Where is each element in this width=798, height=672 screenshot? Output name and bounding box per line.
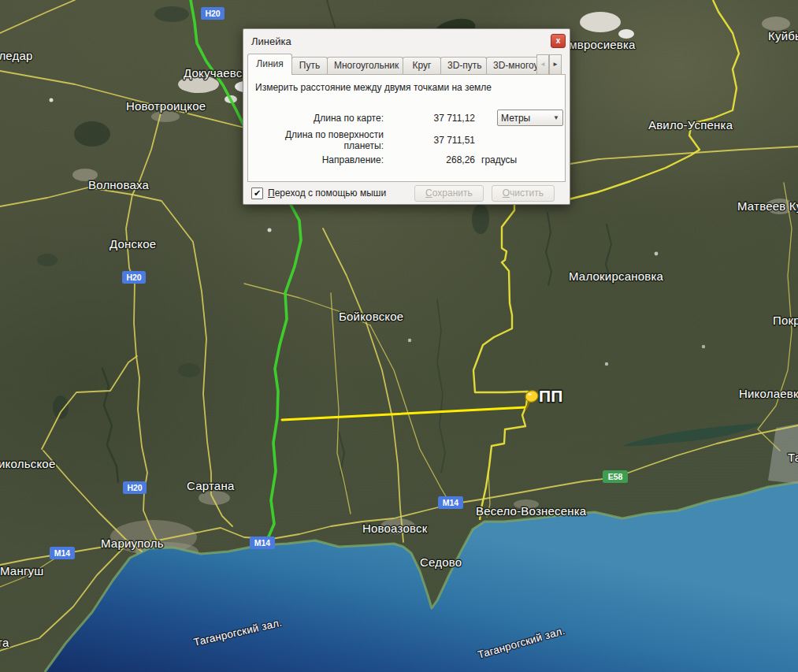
road-shield-e58: E58 [603,470,628,483]
map-label-sedovo: Седово [420,555,462,569]
map-label-yalta: Ялта [0,636,9,649]
map-label-novoazovsk: Новоазовск [362,522,428,535]
tab-3d-polygon[interactable]: 3D-многоугольник [486,57,537,75]
units-selected-value: Метры [501,113,553,124]
svg-text:М14: М14 [254,538,271,548]
heading-unit: градусы [481,154,517,165]
tab-path[interactable]: Путь [291,57,328,75]
map-label-pokrovskoe: Покровское [773,314,798,327]
map-length-value: 37 711,12 [388,113,475,124]
map-label-malokirsanovka: Малокирсановка [569,269,663,283]
map-label-kuybyshevo: Куйбышево [768,29,798,43]
tab-polygon[interactable]: Многоугольник [327,57,403,75]
pushpin-label-pp: ПП [539,387,563,405]
map-label-matveev-kurgan: Матвеев Курган [737,199,798,213]
chevron-down-icon: ▼ [553,114,559,121]
measure-description: Измерить расстояние между двумя точками … [248,75,565,93]
map-label-nikolaevka: Николаевка [739,387,798,400]
save-button[interactable]: Сохранить [414,185,484,202]
clear-button[interactable]: Очистить [492,185,555,202]
map-label-boykovskoe: Бойковское [339,310,403,323]
tab-line[interactable]: Линия [247,54,292,75]
map-label-avilo-uspenka: Авило-Успенка [648,118,733,132]
svg-text:E58: E58 [608,472,623,481]
mouse-nav-label: Переход с помощью мыши [268,187,386,199]
road-shield-h20: H20 [123,481,147,494]
map-label-dokuchaevsk: Докучаевск [184,66,248,80]
map-label-nikolskoe: Никольское [0,457,55,470]
map-label-donskoe: Донское [109,237,156,251]
map-label-mangush: Мангуш [0,564,44,577]
road-shield-h20: H20 [122,271,146,284]
units-dropdown[interactable]: Метры ▼ [497,110,563,126]
tab-circle[interactable]: Круг [403,57,441,75]
ground-length-value: 37 711,51 [388,135,475,146]
road-shield-m14: М14 [250,536,275,549]
google-earth-window: H20 H20 H20 М14 М14 М14 E58 Угледар [0,0,798,672]
tab-3d-path[interactable]: 3D-путь [440,57,487,75]
svg-text:М14: М14 [54,548,71,558]
road-shield-m14: М14 [50,547,75,559]
map-label-amvrosievka: Амвросиевка [561,38,636,51]
road-shield-h20: H20 [201,7,225,20]
dialog-title: Линейка [251,35,291,47]
map-label-volnovakha: Волноваха [88,178,149,191]
ruler-measurement-line[interactable] [282,407,526,420]
heading-label: Направление: [248,154,388,165]
tab-scroll-left-icon[interactable]: ◄ [536,54,549,75]
map-label-ugledar: Угледар [0,49,33,62]
mouse-nav-checkbox[interactable]: ✔ [251,187,263,199]
map-label-sartana: Сартана [187,479,235,492]
map-label-veselo: Весело-Вознесенка [476,504,587,518]
svg-text:H20: H20 [205,9,220,18]
svg-text:H20: H20 [127,483,142,492]
svg-text:М14: М14 [443,498,459,507]
map-label-mariupol: Мариуполь [101,536,164,550]
heading-value: 268,26 [388,154,475,165]
liman-lake [622,423,764,446]
line-tab-panel: Измерить расстояние между двумя точками … [247,74,566,182]
dialog-footer: ✔ Переход с помощью мыши Сохранить Очист… [243,182,570,204]
road-shield-m14: М14 [438,496,463,509]
close-icon[interactable]: x [551,34,566,48]
map-length-label: Длина по карте: [248,113,388,124]
svg-text:H20: H20 [126,273,141,282]
ruler-dialog: Линейка x Линия Путь Многоугольник Круг … [243,28,570,205]
ruler-tabbar: Линия Путь Многоугольник Круг 3D-путь 3D… [247,54,566,75]
tab-scroll-right-icon[interactable]: ► [549,54,562,75]
ground-length-label: Длина по поверхности планеты: [248,129,388,151]
map-label-taganrog: Таганрог [788,451,798,464]
map-label-novotroitskoe: Новотроицкое [126,99,206,113]
